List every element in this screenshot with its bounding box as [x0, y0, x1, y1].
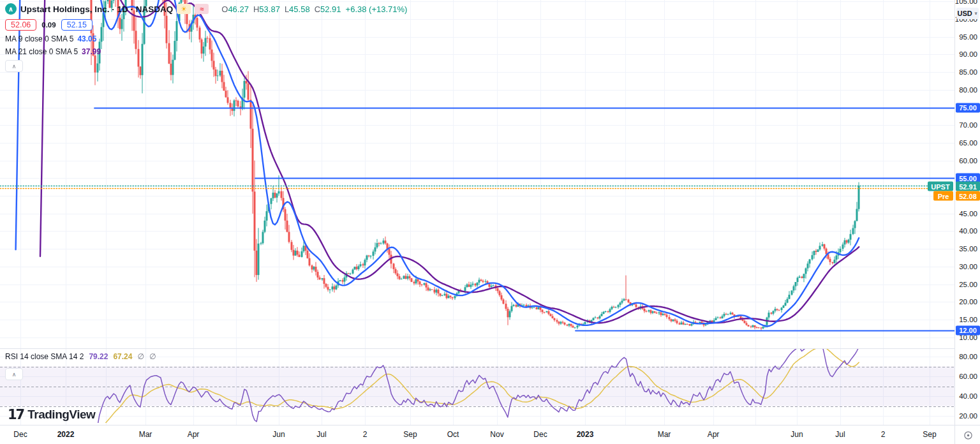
tradingview-chart-window: ∧ Upstart Holdings, Inc. · 1D · NASDAQ ☀…	[0, 0, 980, 444]
rsi-tick-label: 20.00	[959, 412, 977, 420]
rsi-tick-label: 40.00	[959, 392, 977, 400]
rsi-tick-label: 80.00	[959, 353, 977, 360]
price-tick-label: 105.00	[955, 0, 977, 5]
upstart-logo-icon: ∧	[5, 3, 17, 15]
price-level-label: 52.08	[956, 191, 980, 201]
price-tick-label: 65.00	[959, 139, 977, 147]
time-tick-label: Mar	[139, 430, 152, 439]
time-tick-label: 2023	[577, 430, 594, 439]
symbol-title: Upstart Holdings, Inc. · 1D · NASDAQ	[20, 4, 173, 14]
open-label: O	[221, 4, 228, 14]
currency-label: USD	[958, 10, 972, 17]
price-level-label: 12.00	[956, 325, 980, 335]
price-tick-label: 20.00	[959, 298, 977, 306]
tradingview-logo-text: TradingView	[27, 408, 95, 422]
high-label: H	[253, 4, 259, 14]
time-tick-label: 2	[363, 430, 368, 439]
price-tick-label: 85.00	[959, 68, 977, 76]
ma21-legend-row: MA 21 close 0 SMA 537.99	[5, 47, 407, 56]
gear-icon	[963, 431, 973, 440]
pre-market-sun-icon: ☀	[177, 4, 191, 14]
price-tick-label: 80.00	[959, 86, 977, 94]
time-tick-label: 2	[881, 430, 886, 439]
chevron-down-icon: ∨	[974, 11, 978, 16]
rsi-hidden-value-icon: ∅	[137, 352, 144, 361]
time-tick-label: Apr	[188, 430, 200, 439]
main-legend: ∧ Upstart Holdings, Inc. · 1D · NASDAQ ☀…	[5, 3, 407, 72]
price-tick-label: 60.00	[959, 157, 977, 165]
time-tick-label: Apr	[708, 430, 720, 439]
buy-button[interactable]: 52.15	[61, 19, 93, 31]
ma9-label: MA 9 close 0 SMA 5	[5, 34, 73, 43]
price-tick-label: 30.00	[959, 263, 977, 270]
price-tick-label: 25.00	[959, 281, 977, 288]
symbol-row: ∧ Upstart Holdings, Inc. · 1D · NASDAQ ☀…	[5, 3, 407, 15]
close-label: C	[315, 4, 320, 14]
price-level-label: 75.00	[956, 103, 980, 112]
time-tick-label: 2022	[57, 430, 75, 439]
rsi-sma-value: 67.24	[113, 352, 132, 361]
time-tick-label: Sep	[403, 430, 417, 439]
axis-settings-button[interactable]	[954, 425, 980, 444]
high-value: 53.87	[259, 4, 280, 14]
ma21-label: MA 21 close 0 SMA 5	[5, 47, 78, 56]
rsi-value: 79.22	[89, 352, 108, 361]
delayed-data-icon: ≈	[195, 4, 209, 14]
price-tick-label: 45.00	[959, 210, 977, 218]
open-value: 46.27	[228, 4, 249, 14]
order-panel: 52.06 0.09 52.15	[5, 19, 407, 31]
premarket-tag: Pre	[933, 191, 953, 201]
price-tick-label: 70.00	[959, 121, 977, 129]
time-tick-label: Dec	[13, 430, 27, 439]
time-tick-label: Mar	[658, 430, 671, 439]
collapse-pane-button[interactable]: ∧	[5, 60, 23, 72]
symbol-tag: UPST	[928, 182, 953, 191]
time-tick-label: Oct	[447, 430, 459, 439]
price-tick-label: 95.00	[959, 33, 977, 41]
low-value: 45.58	[289, 4, 310, 14]
time-axis[interactable]: Dec2022MarAprJunJul2SepOctNovDec2023MarA…	[0, 425, 954, 444]
price-tick-label: 40.00	[959, 227, 977, 235]
price-level-label: 52.91	[956, 182, 980, 191]
change-value: +6.38 (+13.71%)	[346, 4, 408, 14]
ma9-legend-row: MA 9 close 0 SMA 543.05	[5, 34, 407, 43]
currency-selector[interactable]: USD ∨	[956, 8, 979, 19]
rsi-tick-label: 60.00	[959, 373, 977, 380]
time-tick-label: Dec	[533, 430, 547, 439]
spread-value: 0.09	[41, 21, 56, 29]
price-tick-label: 15.00	[959, 316, 977, 323]
tradingview-watermark: 17 TradingView	[8, 407, 95, 422]
ma21-value: 37.99	[82, 47, 101, 56]
time-tick-label: Sep	[923, 430, 936, 439]
rsi-label: RSI 14 close SMA 14 2	[5, 352, 84, 361]
ohlc-values: O46.27 H53.87 L45.58 C52.91 +6.38 (+13.7…	[221, 4, 407, 14]
price-tick-label: 90.00	[959, 50, 977, 58]
time-tick-label: Jul	[835, 430, 845, 439]
price-axis[interactable]: USD ∨ 105.00100.0095.0090.0085.0080.0070…	[954, 0, 980, 425]
price-tick-label: 35.00	[959, 245, 977, 253]
collapse-rsi-pane-button[interactable]: ∧	[5, 368, 23, 380]
time-tick-label: Jun	[791, 430, 803, 439]
time-tick-label: Jun	[272, 430, 285, 439]
rsi-hidden-value-icon: ∅	[149, 352, 156, 361]
close-value: 52.91	[320, 4, 341, 14]
time-tick-label: Nov	[490, 430, 503, 439]
rsi-legend: RSI 14 close SMA 14 2 79.22 67.24 ∅ ∅	[5, 352, 156, 361]
ma9-value: 43.05	[77, 34, 96, 43]
sell-button[interactable]: 52.06	[5, 19, 36, 31]
tradingview-logo-icon: 17	[8, 407, 24, 422]
time-tick-label: Jul	[316, 430, 326, 439]
